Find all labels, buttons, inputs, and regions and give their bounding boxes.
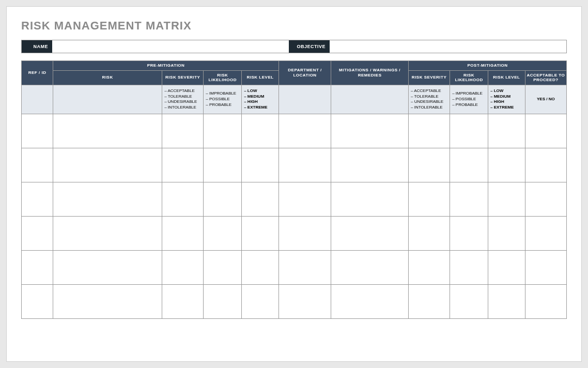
risk-matrix-table: REF / ID PRE-MITIGATION DEPARTMENT / LOC… bbox=[21, 60, 567, 319]
cell[interactable] bbox=[204, 284, 242, 318]
name-label: NAME bbox=[22, 40, 53, 53]
cell[interactable] bbox=[242, 182, 279, 216]
cell[interactable] bbox=[450, 284, 488, 318]
objective-value-cell bbox=[330, 40, 566, 53]
cell[interactable] bbox=[331, 114, 409, 148]
cell[interactable] bbox=[488, 284, 525, 318]
cell[interactable] bbox=[53, 148, 162, 182]
cell[interactable] bbox=[488, 216, 525, 250]
cell[interactable] bbox=[525, 250, 566, 284]
cell[interactable] bbox=[525, 148, 566, 182]
hdr-pre-mitigation: PRE-MITIGATION bbox=[53, 61, 279, 71]
guide-ref bbox=[22, 85, 53, 114]
cell[interactable] bbox=[22, 216, 53, 250]
cell[interactable] bbox=[242, 148, 279, 182]
cell[interactable] bbox=[450, 182, 488, 216]
guide-mitigations bbox=[331, 85, 409, 114]
cell[interactable] bbox=[488, 182, 525, 216]
cell[interactable] bbox=[22, 284, 53, 318]
cell[interactable] bbox=[278, 284, 331, 318]
cell[interactable] bbox=[278, 182, 331, 216]
cell[interactable] bbox=[53, 114, 162, 148]
objective-input[interactable] bbox=[330, 40, 566, 53]
cell[interactable] bbox=[331, 182, 409, 216]
hdr-pre-level: RISK LEVEL bbox=[242, 70, 279, 85]
hdr-department: DEPARTMENT / LOCATION bbox=[278, 61, 331, 85]
cell[interactable] bbox=[450, 148, 488, 182]
cell[interactable] bbox=[242, 114, 279, 148]
cell[interactable] bbox=[22, 148, 53, 182]
cell[interactable] bbox=[488, 114, 525, 148]
cell[interactable] bbox=[525, 216, 566, 250]
cell[interactable] bbox=[331, 284, 409, 318]
name-input[interactable] bbox=[53, 40, 289, 53]
cell[interactable] bbox=[408, 114, 450, 148]
hdr-pre-severity: RISK SEVERITY bbox=[162, 70, 204, 85]
cell[interactable] bbox=[53, 250, 162, 284]
cell[interactable] bbox=[331, 148, 409, 182]
page-title: RISK MANAGEMENT MATRIX bbox=[21, 19, 567, 33]
cell[interactable] bbox=[242, 284, 279, 318]
table-row bbox=[22, 114, 567, 148]
guide-risk bbox=[53, 85, 162, 114]
cell[interactable] bbox=[408, 216, 450, 250]
cell[interactable] bbox=[408, 182, 450, 216]
guide-post-severity: – ACCEPTABLE – TOLERABLE – UNDESIRABLE –… bbox=[408, 85, 450, 114]
cell[interactable] bbox=[22, 250, 53, 284]
cell[interactable] bbox=[278, 216, 331, 250]
cell[interactable] bbox=[162, 284, 204, 318]
cell[interactable] bbox=[204, 182, 242, 216]
cell[interactable] bbox=[53, 284, 162, 318]
guide-acceptable: YES / NO bbox=[525, 85, 566, 114]
guide-post-level: – LOW – MEDIUM – HIGH – EXTREME bbox=[488, 85, 525, 114]
cell[interactable] bbox=[525, 284, 566, 318]
guide-pre-likelihood: – IMPROBABLE – POSSIBLE – PROBABLE bbox=[204, 85, 242, 114]
cell[interactable] bbox=[162, 250, 204, 284]
cell[interactable] bbox=[22, 182, 53, 216]
cell[interactable] bbox=[162, 148, 204, 182]
hdr-post-severity: RISK SEVERITY bbox=[408, 70, 450, 85]
cell[interactable] bbox=[22, 114, 53, 148]
cell[interactable] bbox=[242, 250, 279, 284]
cell[interactable] bbox=[278, 250, 331, 284]
guide-department bbox=[278, 85, 331, 114]
cell[interactable] bbox=[450, 216, 488, 250]
name-value-cell bbox=[53, 40, 289, 53]
objective-label: OBJECTIVE bbox=[289, 40, 330, 53]
table-row bbox=[22, 148, 567, 182]
meta-row: NAME OBJECTIVE bbox=[21, 40, 567, 53]
cell[interactable] bbox=[162, 216, 204, 250]
table-row bbox=[22, 284, 567, 318]
guide-post-likelihood: – IMPROBABLE – POSSIBLE – PROBABLE bbox=[450, 85, 488, 114]
cell[interactable] bbox=[450, 114, 488, 148]
cell[interactable] bbox=[204, 114, 242, 148]
cell[interactable] bbox=[162, 114, 204, 148]
cell[interactable] bbox=[278, 148, 331, 182]
cell[interactable] bbox=[278, 114, 331, 148]
hdr-post-level: RISK LEVEL bbox=[488, 70, 525, 85]
cell[interactable] bbox=[331, 216, 409, 250]
cell[interactable] bbox=[162, 182, 204, 216]
table-row bbox=[22, 250, 567, 284]
cell[interactable] bbox=[331, 250, 409, 284]
cell[interactable] bbox=[242, 216, 279, 250]
table-row bbox=[22, 182, 567, 216]
cell[interactable] bbox=[53, 216, 162, 250]
hdr-post-likelihood: RISK LIKELIHOOD bbox=[450, 70, 488, 85]
cell[interactable] bbox=[525, 114, 566, 148]
cell[interactable] bbox=[488, 148, 525, 182]
guide-pre-severity: – ACCEPTABLE – TOLERABLE – UNDESIRABLE –… bbox=[162, 85, 204, 114]
guide-row: – ACCEPTABLE – TOLERABLE – UNDESIRABLE –… bbox=[22, 85, 567, 114]
hdr-acceptable: ACCEPTABLE TO PROCEED? bbox=[525, 70, 566, 85]
cell[interactable] bbox=[408, 148, 450, 182]
cell[interactable] bbox=[408, 284, 450, 318]
cell[interactable] bbox=[450, 250, 488, 284]
cell[interactable] bbox=[53, 182, 162, 216]
cell[interactable] bbox=[488, 250, 525, 284]
cell[interactable] bbox=[204, 250, 242, 284]
cell[interactable] bbox=[408, 250, 450, 284]
cell[interactable] bbox=[525, 182, 566, 216]
cell[interactable] bbox=[204, 216, 242, 250]
hdr-post-mitigation: POST-MITIGATION bbox=[408, 61, 566, 71]
cell[interactable] bbox=[204, 148, 242, 182]
